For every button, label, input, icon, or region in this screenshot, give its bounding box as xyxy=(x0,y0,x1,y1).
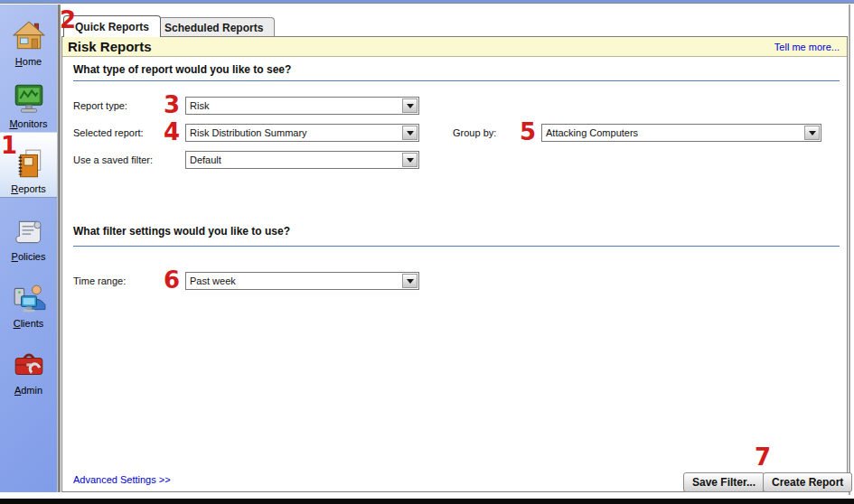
group-by-dropdown[interactable]: Attacking Computers xyxy=(541,124,821,142)
report-type-dropdown[interactable]: Risk xyxy=(185,97,419,115)
section-divider-rule xyxy=(73,80,840,81)
advanced-settings-link[interactable]: Advanced Settings >> xyxy=(73,474,171,485)
chevron-down-icon xyxy=(809,131,816,135)
selected-report-label: Selected report: xyxy=(73,127,144,138)
clients-icon xyxy=(12,282,46,316)
window-top-strip xyxy=(0,0,854,4)
time-range-value: Past week xyxy=(190,275,236,286)
sidebar-item-clients[interactable]: Clients xyxy=(0,265,57,331)
time-range-dropdown-button[interactable] xyxy=(402,274,418,288)
annotation-7: 7 xyxy=(755,445,771,469)
sidebar-item-label: Monitors xyxy=(9,118,47,129)
chevron-down-icon xyxy=(407,279,414,284)
sidebar-item-label: Policies xyxy=(12,251,46,262)
tab-quick-reports[interactable]: Quick Reports xyxy=(63,15,161,37)
saved-filter-value: Default xyxy=(190,154,221,165)
chevron-down-icon xyxy=(407,158,414,163)
tell-me-more-link[interactable]: Tell me more... xyxy=(774,42,840,52)
policies-icon xyxy=(12,215,46,249)
selected-report-value: Risk Distribution Summary xyxy=(190,127,307,138)
sidebar-item-monitors[interactable]: Monitors xyxy=(0,70,57,132)
annotation-2: 2 xyxy=(60,8,76,32)
time-range-dropdown[interactable]: Past week xyxy=(185,272,419,290)
annotation-3: 3 xyxy=(164,93,180,117)
sidebar-item-label: Reports xyxy=(11,183,46,194)
saved-filter-dropdown-button[interactable] xyxy=(402,153,418,167)
report-type-dropdown-button[interactable] xyxy=(402,98,418,113)
sidebar-item-label: Clients xyxy=(14,318,44,329)
page-title: Risk Reports xyxy=(68,39,152,54)
annotation-4: 4 xyxy=(164,120,180,144)
chevron-down-icon xyxy=(407,131,414,135)
tab-scheduled-reports[interactable]: Scheduled Reports xyxy=(153,17,275,37)
window-right-edge xyxy=(849,5,850,495)
saved-filter-dropdown[interactable]: Default xyxy=(185,151,419,169)
filter-settings-section-heading: What filter settings would you like to u… xyxy=(73,225,290,238)
annotation-6: 6 xyxy=(164,268,180,292)
home-icon xyxy=(12,20,46,54)
page-header-band: Risk Reports Tell me more... xyxy=(62,37,847,57)
monitors-icon xyxy=(12,82,46,117)
report-type-label: Report type: xyxy=(73,100,127,111)
app-window: Home Monitors Reports xyxy=(0,0,854,504)
create-report-button[interactable]: Create Report xyxy=(763,472,852,492)
group-by-label: Group by: xyxy=(453,127,496,138)
selected-report-dropdown[interactable]: Risk Distribution Summary xyxy=(185,124,419,142)
group-by-value: Attacking Computers xyxy=(546,127,638,138)
time-range-label: Time range: xyxy=(73,275,126,286)
annotation-1: 1 xyxy=(1,134,17,157)
section-divider-rule xyxy=(73,246,840,247)
sidebar-item-admin[interactable]: Admin xyxy=(0,331,57,398)
sidebar-item-policies[interactable]: Policies xyxy=(0,198,57,265)
sidebar-item-label: Home xyxy=(15,56,42,67)
admin-icon xyxy=(12,349,46,383)
sidebar-nav: Home Monitors Reports xyxy=(0,5,57,496)
chevron-down-icon xyxy=(407,104,414,108)
window-bottom-bar xyxy=(0,499,854,504)
selected-report-dropdown-button[interactable] xyxy=(402,126,418,140)
annotation-5: 5 xyxy=(520,120,536,144)
save-filter-button[interactable]: Save Filter... xyxy=(683,472,765,492)
sidebar-content-divider xyxy=(57,5,61,496)
sidebar-item-home[interactable]: Home xyxy=(0,5,57,70)
sidebar-item-label: Admin xyxy=(14,385,42,396)
report-type-section-heading: What type of report would you like to se… xyxy=(73,63,291,76)
saved-filter-label: Use a saved filter: xyxy=(73,154,153,165)
report-type-value: Risk xyxy=(190,100,209,111)
group-by-dropdown-button[interactable] xyxy=(804,126,820,140)
